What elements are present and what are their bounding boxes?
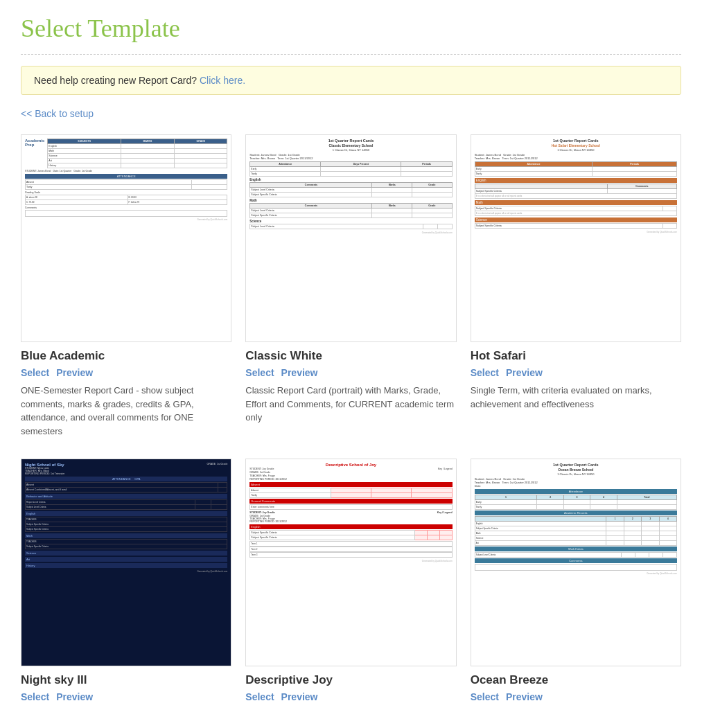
select-night-sky[interactable]: Select	[21, 691, 49, 702]
preview-ocean-breeze[interactable]: Preview	[506, 691, 543, 702]
template-actions-blue-academic: Select Preview	[21, 367, 231, 378]
template-actions-descriptive-joy: Select Preview	[245, 691, 456, 702]
help-banner: Need help creating new Report Card? Clic…	[21, 66, 681, 95]
template-name-night-sky: Night sky III	[21, 673, 231, 687]
template-card-blue-academic: AcademicPrep SUBJECTSMARKSGRADE English …	[21, 134, 231, 438]
select-classic-white[interactable]: Select	[245, 367, 274, 378]
template-grid: AcademicPrep SUBJECTSMARKSGRADE English …	[21, 134, 681, 708]
back-link[interactable]: << Back to setup	[21, 108, 94, 119]
template-name-ocean-breeze: Ocean Breeze	[471, 673, 681, 687]
preview-descriptive-joy[interactable]: Preview	[281, 691, 318, 702]
help-link[interactable]: Click here.	[200, 75, 245, 86]
preview-classic-white[interactable]: Preview	[281, 367, 318, 378]
template-thumbnail-classic-white: 1st Quarter Report Cards Classic Element…	[245, 134, 456, 342]
select-hot-safari[interactable]: Select	[471, 367, 499, 378]
template-name-hot-safari: Hot Safari	[471, 349, 681, 363]
preview-night-sky[interactable]: Preview	[56, 691, 93, 702]
page-title: Select Template	[21, 14, 681, 43]
template-card-night-sky: Night School of Sky STUDENT: Myra Latte …	[21, 459, 231, 708]
template-thumbnail-night-sky: Night School of Sky STUDENT: Myra Latte …	[21, 459, 231, 666]
template-thumbnail-descriptive-joy: Descriptive School of Joy STUDENT: Joy G…	[245, 459, 456, 666]
template-card-descriptive-joy: Descriptive School of Joy STUDENT: Joy G…	[245, 459, 456, 708]
template-name-classic-white: Classic White	[245, 349, 456, 363]
template-actions-ocean-breeze: Select Preview	[471, 691, 681, 702]
template-name-descriptive-joy: Descriptive Joy	[245, 673, 456, 687]
template-actions-classic-white: Select Preview	[245, 367, 456, 378]
template-name-blue-academic: Blue Academic	[21, 349, 231, 363]
select-ocean-breeze[interactable]: Select	[471, 691, 499, 702]
help-text: Need help creating new Report Card?	[34, 75, 197, 86]
preview-blue-academic[interactable]: Preview	[56, 367, 93, 378]
preview-hot-safari[interactable]: Preview	[506, 367, 543, 378]
template-card-classic-white: 1st Quarter Report Cards Classic Element…	[245, 134, 456, 438]
template-desc-classic-white: Classic Report Card (portrait) with Mark…	[245, 384, 456, 425]
template-thumbnail-ocean-breeze: 1st Quarter Report Cards Ocean Breeze Sc…	[471, 459, 681, 666]
template-actions-night-sky: Select Preview	[21, 691, 231, 702]
template-actions-hot-safari: Select Preview	[471, 367, 681, 378]
template-thumbnail-blue-academic: AcademicPrep SUBJECTSMARKSGRADE English …	[21, 134, 231, 342]
template-desc-hot-safari: Single Term, with criteria evaluated on …	[471, 384, 681, 411]
select-descriptive-joy[interactable]: Select	[245, 691, 274, 702]
template-desc-blue-academic: ONE-Semester Report Card - show subject …	[21, 384, 231, 438]
select-blue-academic[interactable]: Select	[21, 367, 49, 378]
template-card-hot-safari: 1st Quarter Report Cards Hot Safari Elem…	[471, 134, 681, 438]
divider	[21, 54, 681, 55]
template-thumbnail-hot-safari: 1st Quarter Report Cards Hot Safari Elem…	[471, 134, 681, 342]
template-card-ocean-breeze: 1st Quarter Report Cards Ocean Breeze Sc…	[471, 459, 681, 708]
